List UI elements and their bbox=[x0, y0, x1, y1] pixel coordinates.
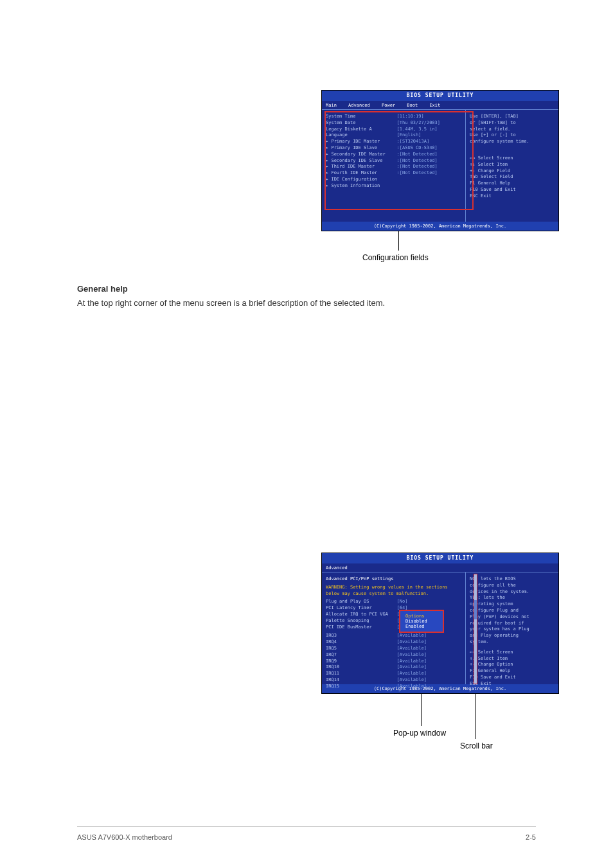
popup-item: Disabled bbox=[405, 619, 438, 624]
bios-config-row: ▸ Fourth IDE Master:[Not Detected] bbox=[326, 170, 461, 177]
footer-divider bbox=[77, 826, 536, 827]
bios-irq-row: IRQ9[Available] bbox=[326, 659, 461, 665]
callout-label: Pop-up window bbox=[393, 729, 446, 738]
help-text: Play (PnP) devices not bbox=[470, 614, 555, 621]
help-text: configure all the bbox=[470, 583, 555, 589]
help-text: Use [ENTER], [TAB] bbox=[470, 114, 555, 120]
bios-advanced-screenshot: BIOS SETUP UTILITY Advanced Advanced PCI… bbox=[321, 553, 559, 694]
bios-menu-bar: Main Advanced Power Boot Exit bbox=[322, 101, 558, 110]
bios-config-row: Legacy Diskette A[1.44M, 3.5 in] bbox=[326, 127, 461, 133]
help-text: operating system bbox=[470, 601, 555, 608]
help-text: configure Plug and bbox=[470, 608, 555, 614]
bios-config-row: Language[English] bbox=[326, 132, 461, 139]
bios-footer: (C)Copyright 1985-2002, American Megatre… bbox=[322, 222, 558, 231]
bios-title: BIOS SETUP UTILITY bbox=[322, 91, 558, 101]
bios-right-pane: Use [ENTER], [TAB]or [SHIFT-TAB] toselec… bbox=[466, 110, 558, 222]
bios-config-row: ▸ Third IDE Master:[Not Detected] bbox=[326, 164, 461, 170]
callout-line bbox=[475, 694, 476, 739]
callout-line bbox=[421, 694, 422, 726]
callout-label: Configuration fields bbox=[362, 253, 429, 262]
help-text: devices in the system. bbox=[470, 589, 555, 596]
bios-irq-row: IRQ14[Available] bbox=[326, 677, 461, 684]
heading-text: General help bbox=[77, 284, 128, 294]
bios-right-pane: NO: lets the BIOSconfigure all thedevice… bbox=[466, 572, 558, 684]
help-key: Tab Select Field bbox=[470, 174, 555, 181]
help-text: and Play operating bbox=[470, 633, 555, 639]
popup-title: Options bbox=[405, 614, 438, 619]
help-key: ←→ Select Screen bbox=[470, 155, 555, 162]
bios-config-row: ▸ IDE Configuration bbox=[326, 177, 461, 183]
menu-tab: Main bbox=[326, 103, 337, 108]
menu-tab: Advanced bbox=[348, 103, 370, 108]
bios-config-row: System Date[Thu 03/27/2003] bbox=[326, 120, 461, 127]
bios-config-row: Plug and Play OS[No] bbox=[326, 599, 461, 605]
bios-config-row: System Time[11:10:19] bbox=[326, 114, 461, 120]
bios-irq-row: IRQ10[Available] bbox=[326, 664, 461, 671]
menu-tab: Boot bbox=[407, 103, 418, 108]
menu-tab: Power bbox=[382, 103, 395, 108]
body-paragraph: At the top right corner of the menu scre… bbox=[77, 297, 536, 310]
bios-left-pane: Advanced PCI/PnP settings WARNING: Setti… bbox=[322, 572, 466, 684]
help-key: ↑↓ Select Item bbox=[470, 162, 555, 168]
help-text: select a field. bbox=[470, 127, 555, 133]
help-text: system. bbox=[470, 639, 555, 646]
help-text: YES: lets the bbox=[470, 595, 555, 601]
footer-page-number: 2-5 bbox=[526, 833, 536, 841]
callout-label: Scroll bar bbox=[460, 741, 493, 750]
help-key: +- Change Field bbox=[470, 168, 555, 175]
footer-product: ASUS A7V600-X motherboard bbox=[77, 833, 172, 841]
help-text: your system has a Plug bbox=[470, 626, 555, 633]
help-text: required for boot if bbox=[470, 621, 555, 627]
menu-tab: Advanced bbox=[326, 565, 348, 571]
help-text: Use [+] or [-] to bbox=[470, 132, 555, 139]
menu-tab: Exit bbox=[429, 103, 440, 108]
bios-config-row: ▸ Primary IDE Slave:[ASUS CD-S340] bbox=[326, 145, 461, 152]
help-text: configure system time. bbox=[470, 139, 555, 145]
help-key: F1 General Help bbox=[470, 181, 555, 187]
bios-config-row: ▸ Primary IDE Master:[ST320413A] bbox=[326, 139, 461, 145]
bios-config-row: ▸ Secondary IDE Master:[Not Detected] bbox=[326, 152, 461, 158]
bios-main-screenshot: BIOS SETUP UTILITY Main Advanced Power B… bbox=[321, 90, 559, 231]
bios-left-pane: System Time[11:10:19]System Date[Thu 03/… bbox=[322, 110, 466, 222]
section-heading: General help bbox=[77, 283, 536, 296]
warning-text: WARNING: Setting wrong values in the sec… bbox=[326, 585, 461, 598]
bios-irq-row: IRQ11[Available] bbox=[326, 671, 461, 677]
bios-config-row: ▸ System Information bbox=[326, 183, 461, 190]
options-popup: Options Disabled Enabled bbox=[399, 610, 444, 633]
bios-config-row: ▸ Secondary IDE Slave:[Not Detected] bbox=[326, 158, 461, 164]
bios-title: BIOS SETUP UTILITY bbox=[322, 553, 558, 563]
help-text: NO: lets the BIOS bbox=[470, 576, 555, 583]
callout-line bbox=[398, 231, 399, 251]
help-key: F1 General Help bbox=[470, 668, 555, 675]
help-key: ↑↓ Select Item bbox=[470, 656, 555, 662]
help-key: F10 Save and Exit bbox=[470, 675, 555, 681]
bios-menu-bar: Advanced bbox=[322, 563, 558, 572]
help-key: +- Change Option bbox=[470, 662, 555, 668]
bios-irq-row: IRQ5[Available] bbox=[326, 646, 461, 652]
bios-irq-row: IRQ7[Available] bbox=[326, 652, 461, 659]
scrollbar-highlight bbox=[474, 574, 477, 684]
help-key: F10 Save and Exit bbox=[470, 187, 555, 193]
help-key: ESC Exit bbox=[470, 193, 555, 200]
bios-irq-row: IRQ4[Available] bbox=[326, 639, 461, 646]
help-key: ←→ Select Screen bbox=[470, 650, 555, 656]
bios-irq-row: IRQ3[Available] bbox=[326, 633, 461, 639]
help-text: or [SHIFT-TAB] to bbox=[470, 120, 555, 127]
settings-header: Advanced PCI/PnP settings bbox=[326, 576, 461, 583]
popup-item: Enabled bbox=[405, 624, 438, 629]
